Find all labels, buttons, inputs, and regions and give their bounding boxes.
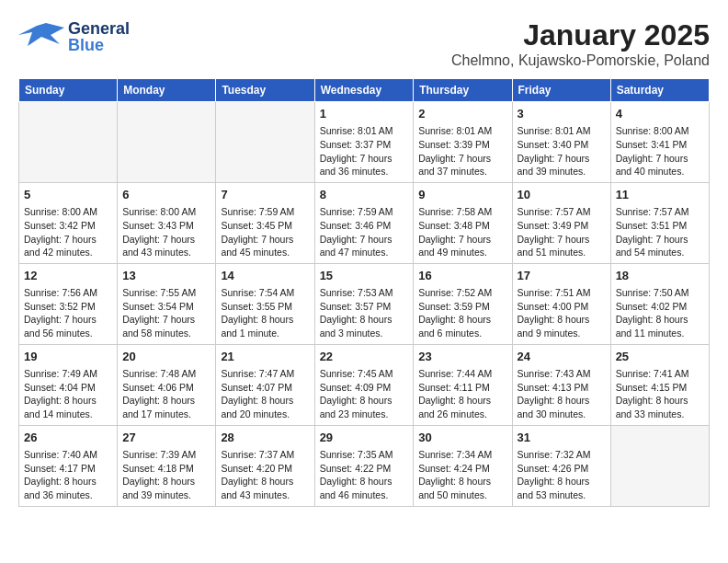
cell-text: Sunset: 3:55 PM	[221, 300, 309, 314]
weekday-header-row: SundayMondayTuesdayWednesdayThursdayFrid…	[19, 79, 710, 102]
calendar-cell: 16Sunrise: 7:52 AMSunset: 3:59 PMDayligh…	[414, 263, 512, 344]
cell-text: Daylight: 7 hours and 58 minutes.	[122, 313, 210, 339]
calendar-cell: 31Sunrise: 7:32 AMSunset: 4:26 PMDayligh…	[512, 425, 610, 506]
calendar-cell: 28Sunrise: 7:37 AMSunset: 4:20 PMDayligh…	[216, 425, 314, 506]
cell-text: Sunrise: 8:01 AM	[320, 124, 409, 138]
cell-text: Sunrise: 7:58 AM	[418, 205, 506, 219]
cell-text: Sunset: 3:39 PM	[418, 138, 506, 152]
calendar-cell: 25Sunrise: 7:41 AMSunset: 4:15 PMDayligh…	[610, 344, 709, 425]
cell-text: Sunrise: 7:35 AM	[320, 448, 409, 462]
cell-text: Daylight: 8 hours and 53 minutes.	[518, 475, 606, 501]
cell-text: Sunset: 4:11 PM	[418, 381, 506, 395]
cell-text: Sunset: 4:04 PM	[24, 381, 112, 395]
calendar-cell: 23Sunrise: 7:44 AMSunset: 4:11 PMDayligh…	[414, 344, 512, 425]
location-title: Chelmno, Kujawsko-Pomorskie, Poland	[451, 52, 710, 69]
day-number: 8	[320, 187, 409, 203]
calendar-cell: 6Sunrise: 8:00 AMSunset: 3:43 PMDaylight…	[118, 182, 216, 263]
title-block: January 2025 Chelmno, Kujawsko-Pomorskie…	[451, 18, 710, 69]
cell-text: Sunrise: 7:47 AM	[221, 367, 309, 381]
cell-text: Sunset: 4:22 PM	[320, 462, 409, 476]
day-number: 31	[518, 430, 606, 446]
cell-text: Daylight: 8 hours and 23 minutes.	[320, 394, 409, 420]
day-number: 13	[122, 268, 210, 284]
cell-text: Sunrise: 7:52 AM	[418, 286, 506, 300]
day-number: 18	[616, 268, 704, 284]
day-number: 23	[418, 349, 506, 365]
cell-text: Daylight: 7 hours and 36 minutes.	[320, 152, 409, 178]
cell-text: Sunrise: 7:59 AM	[221, 205, 309, 219]
day-number: 24	[518, 349, 606, 365]
cell-text: Daylight: 8 hours and 39 minutes.	[122, 475, 210, 501]
cell-text: Sunset: 4:09 PM	[320, 381, 409, 395]
cell-text: Sunrise: 8:01 AM	[418, 124, 506, 138]
cell-text: Sunrise: 7:53 AM	[320, 286, 409, 300]
cell-text: Daylight: 8 hours and 50 minutes.	[418, 475, 506, 501]
cell-text: Sunset: 3:54 PM	[122, 300, 210, 314]
cell-text: Sunset: 4:15 PM	[616, 381, 704, 395]
day-number: 15	[320, 268, 409, 284]
cell-text: Sunset: 3:51 PM	[616, 219, 704, 233]
cell-text: Daylight: 7 hours and 40 minutes.	[616, 152, 704, 178]
cell-text: Daylight: 7 hours and 54 minutes.	[616, 233, 704, 259]
day-number: 3	[518, 106, 606, 122]
calendar-cell: 9Sunrise: 7:58 AMSunset: 3:48 PMDaylight…	[414, 182, 512, 263]
calendar-cell: 15Sunrise: 7:53 AMSunset: 3:57 PMDayligh…	[314, 263, 414, 344]
calendar-cell: 27Sunrise: 7:39 AMSunset: 4:18 PMDayligh…	[118, 425, 216, 506]
day-number: 19	[24, 349, 112, 365]
day-number: 11	[616, 187, 704, 203]
calendar-cell: 20Sunrise: 7:48 AMSunset: 4:06 PMDayligh…	[118, 344, 216, 425]
calendar-cell	[216, 102, 314, 183]
cell-text: Sunset: 4:18 PM	[122, 462, 210, 476]
cell-text: Sunrise: 7:54 AM	[221, 286, 309, 300]
cell-text: Daylight: 8 hours and 36 minutes.	[24, 475, 112, 501]
cell-text: Sunset: 4:06 PM	[122, 381, 210, 395]
cell-text: Daylight: 8 hours and 17 minutes.	[122, 394, 210, 420]
cell-text: Sunrise: 7:57 AM	[616, 205, 704, 219]
cell-text: Sunrise: 7:49 AM	[24, 367, 112, 381]
cell-text: Daylight: 8 hours and 33 minutes.	[616, 394, 704, 420]
cell-text: Daylight: 8 hours and 30 minutes.	[518, 394, 606, 420]
day-number: 12	[24, 268, 112, 284]
day-number: 7	[221, 187, 309, 203]
cell-text: Sunset: 3:45 PM	[221, 219, 309, 233]
cell-text: Sunset: 4:20 PM	[221, 462, 309, 476]
cell-text: Daylight: 7 hours and 49 minutes.	[418, 233, 506, 259]
calendar-cell: 7Sunrise: 7:59 AMSunset: 3:45 PMDaylight…	[216, 182, 314, 263]
weekday-header-sunday: Sunday	[19, 79, 118, 102]
day-number: 20	[122, 349, 210, 365]
cell-text: Daylight: 7 hours and 47 minutes.	[320, 233, 409, 259]
cell-text: Sunset: 4:07 PM	[221, 381, 309, 395]
calendar-cell: 24Sunrise: 7:43 AMSunset: 4:13 PMDayligh…	[512, 344, 610, 425]
calendar-week-row: 5Sunrise: 8:00 AMSunset: 3:42 PMDaylight…	[19, 182, 710, 263]
calendar-table: SundayMondayTuesdayWednesdayThursdayFrid…	[18, 78, 710, 507]
cell-text: Daylight: 7 hours and 37 minutes.	[418, 152, 506, 178]
cell-text: Sunset: 3:46 PM	[320, 219, 409, 233]
cell-text: Sunrise: 7:41 AM	[616, 367, 704, 381]
cell-text: Daylight: 7 hours and 51 minutes.	[518, 233, 606, 259]
svg-marker-0	[18, 23, 64, 46]
calendar-week-row: 1Sunrise: 8:01 AMSunset: 3:37 PMDaylight…	[19, 102, 710, 183]
cell-text: Daylight: 8 hours and 1 minute.	[221, 313, 309, 339]
calendar-cell: 21Sunrise: 7:47 AMSunset: 4:07 PMDayligh…	[216, 344, 314, 425]
cell-text: Sunset: 3:41 PM	[616, 138, 704, 152]
cell-text: Sunrise: 7:48 AM	[122, 367, 210, 381]
cell-text: Daylight: 8 hours and 11 minutes.	[616, 313, 704, 339]
calendar-cell: 5Sunrise: 8:00 AMSunset: 3:42 PMDaylight…	[19, 182, 118, 263]
calendar-cell: 22Sunrise: 7:45 AMSunset: 4:09 PMDayligh…	[314, 344, 414, 425]
calendar-cell: 14Sunrise: 7:54 AMSunset: 3:55 PMDayligh…	[216, 263, 314, 344]
calendar-week-row: 19Sunrise: 7:49 AMSunset: 4:04 PMDayligh…	[19, 344, 710, 425]
weekday-header-thursday: Thursday	[414, 79, 512, 102]
cell-text: Daylight: 8 hours and 26 minutes.	[418, 394, 506, 420]
calendar-cell: 1Sunrise: 8:01 AMSunset: 3:37 PMDaylight…	[314, 102, 414, 183]
cell-text: Daylight: 8 hours and 3 minutes.	[320, 313, 409, 339]
calendar-cell: 19Sunrise: 7:49 AMSunset: 4:04 PMDayligh…	[19, 344, 118, 425]
weekday-header-friday: Friday	[512, 79, 610, 102]
weekday-header-tuesday: Tuesday	[216, 79, 314, 102]
calendar-cell: 29Sunrise: 7:35 AMSunset: 4:22 PMDayligh…	[314, 425, 414, 506]
calendar-cell: 11Sunrise: 7:57 AMSunset: 3:51 PMDayligh…	[610, 182, 709, 263]
day-number: 5	[24, 187, 112, 203]
cell-text: Sunrise: 8:00 AM	[24, 205, 112, 219]
cell-text: Sunset: 3:37 PM	[320, 138, 409, 152]
cell-text: Sunrise: 7:34 AM	[418, 448, 506, 462]
cell-text: Sunset: 4:24 PM	[418, 462, 506, 476]
